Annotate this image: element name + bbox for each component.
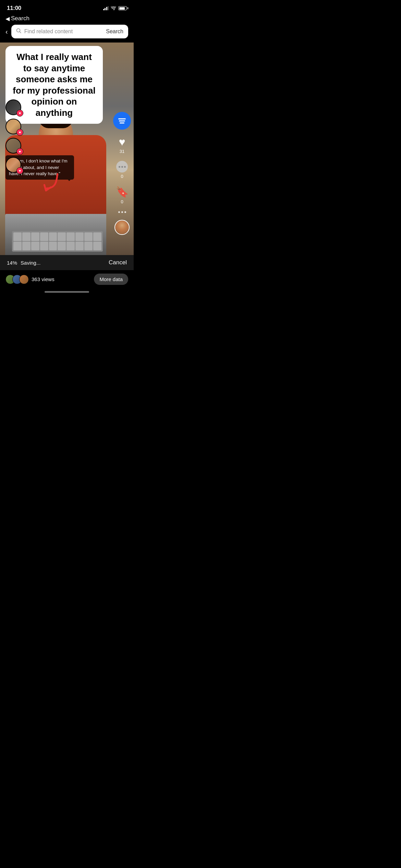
viewer-avatar-3 xyxy=(19,275,29,284)
likers-column: ♥ ♥ ♥ ♥ xyxy=(5,99,21,173)
back-label: Search xyxy=(11,15,29,22)
saving-info: 14% Saving... xyxy=(7,260,40,266)
saving-status: Saving... xyxy=(21,260,40,266)
more-dots-icon xyxy=(118,211,126,213)
saving-bar: 14% Saving... Cancel xyxy=(0,255,134,270)
keyboard-area xyxy=(12,231,103,252)
views-count: 363 views xyxy=(32,276,54,282)
liker-heart-3: ♥ xyxy=(16,148,23,155)
comment-button[interactable]: 0 xyxy=(116,161,128,179)
sidebar-actions: ♥ 31 0 🔖 0 xyxy=(113,112,131,235)
avatar-image xyxy=(115,220,129,234)
more-data-button[interactable]: More data xyxy=(94,274,128,285)
more-options-button[interactable] xyxy=(118,211,126,213)
home-indicator xyxy=(0,288,134,300)
cancel-button[interactable]: Cancel xyxy=(109,259,127,266)
signal-icon xyxy=(103,6,109,10)
layers-icon xyxy=(113,112,131,130)
back-arrow-icon: ◀ xyxy=(5,15,10,22)
liker-item[interactable]: ♥ xyxy=(5,119,21,134)
views-bar: 363 views More data xyxy=(0,270,134,288)
like-count: 31 xyxy=(120,149,124,154)
profile-avatar[interactable] xyxy=(114,220,130,235)
liker-heart-4: ♥ xyxy=(16,167,23,174)
like-button[interactable]: ♥ 31 xyxy=(119,136,125,154)
battery-icon xyxy=(118,6,127,10)
laptop-area xyxy=(5,214,106,255)
heart-icon: ♥ xyxy=(119,136,125,147)
status-bar: 11:00 xyxy=(0,0,134,14)
comment-icon xyxy=(116,161,128,172)
comment-count: 0 xyxy=(121,174,123,179)
layers-button[interactable] xyxy=(113,112,131,130)
liker-item[interactable]: ♥ xyxy=(5,138,21,154)
status-time: 11:00 xyxy=(7,5,21,12)
search-bar[interactable]: Find related content Search xyxy=(11,25,128,38)
status-icons xyxy=(103,6,127,10)
search-bar-container: ‹ Find related content Search xyxy=(0,25,134,43)
liker-heart-2: ♥ xyxy=(16,129,23,136)
back-search-icon[interactable]: ‹ xyxy=(5,28,8,36)
liker-item[interactable]: ♥ xyxy=(5,157,21,173)
video-container[interactable]: What I really want to say anytime someon… xyxy=(0,43,134,255)
search-button[interactable]: Search xyxy=(106,28,123,35)
bookmark-count: 0 xyxy=(121,199,123,204)
wifi-icon xyxy=(111,6,116,10)
liker-item[interactable]: ♥ xyxy=(5,99,21,115)
bookmark-icon: 🔖 xyxy=(116,186,129,198)
home-bar xyxy=(45,291,89,293)
liker-heart-1: ♥ xyxy=(16,110,23,117)
bookmark-button[interactable]: 🔖 0 xyxy=(116,186,129,204)
search-input[interactable]: Find related content xyxy=(24,28,104,35)
search-icon xyxy=(16,28,22,35)
back-navigation[interactable]: ◀ Search xyxy=(0,14,134,25)
caption-text: What I really want to say anytime someon… xyxy=(12,51,97,118)
viewer-avatars xyxy=(5,275,29,284)
views-info: 363 views xyxy=(5,275,54,284)
saving-percentage: 14% xyxy=(7,260,17,266)
